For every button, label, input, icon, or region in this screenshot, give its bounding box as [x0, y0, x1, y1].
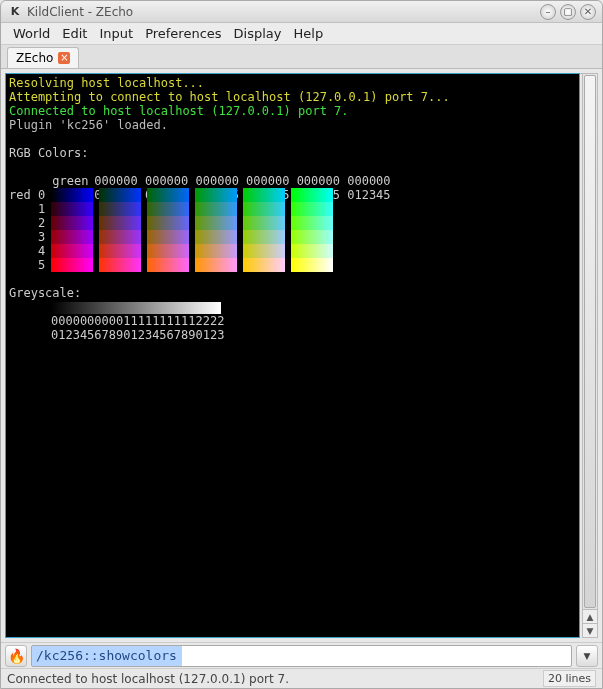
greyscale-bar [51, 302, 221, 314]
fire-icon[interactable]: 🔥 [5, 645, 27, 667]
term-line: Attempting to connect to host localhost … [9, 90, 576, 104]
scroll-down-icon[interactable]: ▼ [583, 623, 597, 637]
rgb-color-block [195, 244, 237, 258]
rgb-color-block [51, 230, 93, 244]
menu-edit[interactable]: Edit [56, 24, 93, 43]
titlebar: K KildClient - ZEcho – ▢ ✕ [1, 1, 602, 23]
term-line: Connected to host localhost (127.0.0.1) … [9, 104, 576, 118]
rgb-color-block [291, 258, 333, 272]
rgb-color-block [99, 230, 141, 244]
rgb-color-block [291, 216, 333, 230]
statusbar: Connected to host localhost (127.0.0.1) … [1, 668, 602, 688]
close-window-button[interactable]: ✕ [580, 4, 596, 20]
rgb-row-label: 1 [9, 202, 51, 216]
greyscale-row2: 012345678901234567890123 [51, 328, 576, 342]
term-line: Plugin 'kc256' loaded. [9, 118, 576, 132]
menu-help[interactable]: Help [288, 24, 330, 43]
term-blank [9, 132, 576, 146]
vertical-scrollbar[interactable]: ▲ ▼ [582, 73, 598, 638]
rgb-color-block [51, 244, 93, 258]
rgb-color-block [51, 188, 93, 202]
rgb-color-block [51, 258, 93, 272]
rgb-color-block [99, 258, 141, 272]
chevron-down-icon: ▼ [584, 651, 591, 661]
rgb-title: RGB Colors: [9, 146, 576, 160]
rgb-green-header: green000000 000000 000000 000000 000000 … [9, 160, 576, 174]
tab-label: ZEcho [16, 51, 53, 65]
menu-preferences[interactable]: Preferences [139, 24, 227, 43]
rgb-color-block [243, 230, 285, 244]
rgb-color-block [291, 230, 333, 244]
tab-close-icon[interactable]: × [58, 52, 70, 64]
rgb-color-block [51, 202, 93, 216]
rgb-color-block [147, 216, 189, 230]
rgb-color-block [147, 188, 189, 202]
term-blank [9, 272, 576, 286]
greyscale-title: Greyscale: [9, 286, 576, 300]
rgb-row-label: 2 [9, 216, 51, 230]
menu-display[interactable]: Display [228, 24, 288, 43]
rgb-color-block [51, 216, 93, 230]
rgb-row: 1 [9, 202, 576, 216]
rgb-color-block [291, 202, 333, 216]
rgb-row-label: red 0 [9, 188, 51, 202]
rgb-color-block [195, 188, 237, 202]
scroll-up-icon[interactable]: ▲ [583, 609, 597, 623]
rgb-color-block [147, 258, 189, 272]
command-input[interactable] [31, 645, 572, 667]
rgb-color-block [147, 202, 189, 216]
rgb-color-block [99, 244, 141, 258]
rgb-row: 5 [9, 258, 576, 272]
rgb-color-block [291, 188, 333, 202]
rgb-color-block [147, 244, 189, 258]
main-area: ⋯⋯⋯ Resolving host localhost... Attempti… [1, 69, 602, 642]
rgb-color-block [243, 258, 285, 272]
window-title: KildClient - ZEcho [27, 5, 536, 19]
rgb-color-block [147, 230, 189, 244]
rgb-color-block [195, 216, 237, 230]
rgb-color-block [99, 216, 141, 230]
greyscale-row1: 000000000011111111112222 [51, 314, 576, 328]
rgb-color-block [243, 244, 285, 258]
rgb-color-block [243, 202, 285, 216]
term-line: Resolving host localhost... [9, 76, 576, 90]
tabbar: ZEcho × [1, 45, 602, 69]
rgb-color-block [99, 202, 141, 216]
terminal-output[interactable]: Resolving host localhost... Attempting t… [5, 73, 580, 638]
rgb-row-label: 3 [9, 230, 51, 244]
input-row: 🔥 ▼ [1, 642, 602, 668]
rgb-color-block [99, 188, 141, 202]
rgb-color-block [243, 188, 285, 202]
status-text: Connected to host localhost (127.0.0.1) … [7, 672, 289, 686]
menu-world[interactable]: World [7, 24, 56, 43]
menubar: World Edit Input Preferences Display Hel… [1, 23, 602, 45]
scrollbar-thumb[interactable] [584, 75, 596, 608]
rgb-row: 3 [9, 230, 576, 244]
menu-input[interactable]: Input [93, 24, 139, 43]
maximize-button[interactable]: ▢ [560, 4, 576, 20]
rgb-row: 4 [9, 244, 576, 258]
rgb-color-block [291, 244, 333, 258]
rgb-row-label: 5 [9, 258, 51, 272]
minimize-button[interactable]: – [540, 4, 556, 20]
rgb-color-block [195, 202, 237, 216]
app-icon: K [7, 4, 23, 20]
status-lines: 20 lines [543, 670, 596, 687]
rgb-color-block [243, 216, 285, 230]
rgb-row-label: 4 [9, 244, 51, 258]
rgb-color-block [195, 258, 237, 272]
tab-zecho[interactable]: ZEcho × [7, 47, 79, 68]
history-dropdown-button[interactable]: ▼ [576, 645, 598, 667]
rgb-row: 2 [9, 216, 576, 230]
rgb-color-block [195, 230, 237, 244]
